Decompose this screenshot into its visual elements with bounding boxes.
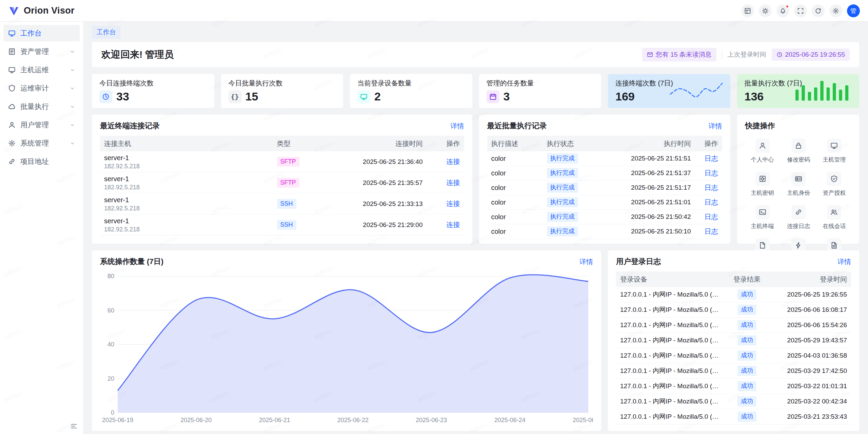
connect-link[interactable]: 连接 — [447, 179, 460, 186]
terminal-row: server-1182.92.5.218SSH2025-06-25 21:33:… — [100, 193, 464, 214]
sidebar-item-ops-audit[interactable]: 运维审计 — [3, 80, 80, 96]
quick-action-host-management[interactable]: 主机管理 — [817, 138, 851, 164]
login-time: 2025-03-21 23:53:43 — [767, 413, 847, 420]
log-link[interactable]: 日志 — [705, 213, 718, 221]
execution-description: color — [491, 155, 547, 163]
app-root: Orion Visor 管 工作台资产管理主机运维运维审计批量执行用户管理系统管… — [0, 0, 868, 434]
quick-action-host-terminal[interactable]: 主机终端 — [745, 205, 780, 230]
notifications-icon[interactable] — [776, 4, 789, 17]
execution-status-tag: 执行完成 — [547, 226, 578, 236]
login-result-tag: 成功 — [737, 320, 756, 330]
batch-records-panel: 最近批量执行记录 详情 执行描述 执行状态 执行时间 操作 color执行完成2… — [479, 115, 730, 244]
connect-link[interactable]: 连接 — [447, 158, 460, 165]
ops-chart-panel: 系统操作数量 (7日) 详情 0204060802025-06-192025-0… — [92, 250, 601, 431]
svg-text:2025-06-23: 2025-06-23 — [416, 417, 447, 423]
log-link[interactable]: 日志 — [705, 228, 718, 235]
quick-action-online-session[interactable]: 在线会话 — [817, 205, 851, 230]
column-header: 登录设备 — [620, 275, 727, 284]
user-icon — [755, 138, 770, 153]
chevron-down-icon — [70, 68, 75, 73]
batch-panel-title: 最近批量执行记录 — [487, 121, 547, 131]
host-name: server-1 — [104, 217, 277, 225]
log-link[interactable]: 日志 — [705, 169, 718, 177]
connect-link[interactable]: 连接 — [447, 221, 460, 228]
connection-type-tag: SSH — [277, 199, 296, 209]
log-link[interactable]: 日志 — [705, 199, 718, 206]
quick-action-personal-center[interactable]: 个人中心 — [745, 138, 780, 164]
quick-action-label: 连接日志 — [787, 222, 810, 230]
host-ip: 182.92.5.218 — [104, 226, 277, 233]
batch-detail-link[interactable]: 详情 — [709, 121, 722, 131]
unread-messages-text: 您有 15 条未读消息 — [656, 50, 712, 59]
login-device: 127.0.0.1 - 内网IP - Mozilla/5.0 (Windows … — [620, 412, 727, 421]
trend-card-terminal-7d: 连接终端次数 (7日)169 — [608, 74, 730, 108]
breadcrumb-workbench[interactable]: 工作台 — [92, 26, 121, 39]
terminal-detail-link[interactable]: 详情 — [451, 121, 464, 131]
safe-icon — [755, 172, 770, 186]
sidebar-item-batch-execution[interactable]: 批量执行 — [3, 98, 80, 115]
column-header: 连接主机 — [104, 139, 277, 148]
divider — [722, 50, 722, 59]
login-log-row: 127.0.0.1 - 内网IP - Mozilla/5.0 (Windows … — [616, 379, 851, 394]
quick-action-label: 主机终端 — [751, 222, 774, 230]
login-log-row: 127.0.0.1 - 内网IP - Mozilla/5.0 (Windows … — [616, 302, 851, 318]
log-link[interactable]: 日志 — [705, 155, 718, 162]
monitor-icon — [8, 66, 16, 74]
stat-card-current-login-devices: 当前登录设备数量2 — [350, 74, 472, 108]
quick-action-host-keys[interactable]: 主机密钥 — [745, 172, 780, 197]
login-device: 127.0.0.1 - 内网IP - Mozilla/5.0 (Windows … — [620, 336, 727, 345]
svg-text:40: 40 — [107, 341, 114, 348]
execution-status-tag: 执行完成 — [547, 153, 578, 163]
overview-icon[interactable] — [741, 4, 754, 17]
batch-row: color执行完成2025-06-25 21:50:10日志 — [487, 224, 722, 239]
fullscreen-icon[interactable] — [794, 4, 807, 17]
terminal-records-panel: 最近终端连接记录 详情 连接主机 类型 连接时间 操作 server-1182.… — [92, 115, 472, 244]
system-operations-chart: 0204060802025-06-192025-06-202025-06-212… — [100, 271, 593, 425]
execution-description: color — [491, 199, 547, 206]
execution-status-tag: 执行完成 — [547, 197, 578, 207]
connection-type-tag: SFTP — [277, 157, 299, 167]
clock-icon — [99, 90, 112, 103]
login-detail-link[interactable]: 详情 — [837, 257, 851, 266]
topbar-actions: 管 — [741, 4, 860, 17]
sidebar-item-label: 系统管理 — [20, 138, 65, 148]
quick-action-label: 个人中心 — [751, 156, 774, 164]
brand[interactable]: Orion Visor — [8, 5, 75, 17]
quick-action-host-identity[interactable]: 主机身份 — [782, 172, 815, 197]
quick-action-change-password[interactable]: 修改密码 — [782, 138, 815, 164]
login-time: 2025-06-06 15:54:26 — [767, 321, 847, 329]
link-icon — [8, 158, 16, 165]
log-link[interactable]: 日志 — [705, 184, 718, 191]
message-icon — [647, 52, 653, 58]
user-avatar[interactable]: 管 — [847, 4, 860, 17]
refresh-icon[interactable] — [812, 4, 825, 17]
execution-status-tag: 执行完成 — [547, 212, 578, 222]
settings-icon[interactable] — [829, 4, 842, 17]
login-time: 2025-04-03 01:36:58 — [767, 352, 847, 359]
list-icon — [8, 48, 16, 55]
sidebar-item-user-management[interactable]: 用户管理 — [3, 117, 80, 133]
execution-status-tag: 执行完成 — [547, 183, 578, 192]
sidebar-item-project-url[interactable]: 项目地址 — [3, 153, 80, 170]
sidebar-item-system-management[interactable]: 系统管理 — [3, 135, 80, 151]
unread-messages-chip[interactable]: 您有 15 条未读消息 — [642, 48, 716, 61]
quick-action-connection-log[interactable]: 连接日志 — [782, 205, 815, 230]
quick-action-label: 主机身份 — [787, 189, 810, 197]
column-header: 执行状态 — [547, 139, 601, 148]
last-login-time-text: 2025-06-25 19:26:55 — [785, 51, 845, 58]
sidebar-collapse-icon[interactable] — [70, 422, 78, 430]
sidebar-item-host-ops[interactable]: 主机运维 — [3, 62, 80, 78]
ops-chart-detail-link[interactable]: 详情 — [579, 257, 593, 266]
sidebar-item-label: 主机运维 — [20, 65, 65, 75]
terminal-panel-title: 最近终端连接记录 — [100, 121, 160, 131]
execution-time: 2025-06-25 21:51:17 — [601, 184, 691, 191]
login-log-row: 127.0.0.1 - 内网IP - Mozilla/5.0 (Windows … — [616, 394, 851, 409]
sidebar-item-asset-management[interactable]: 资产管理 — [3, 43, 80, 60]
host-name: server-1 — [104, 196, 277, 204]
theme-icon[interactable] — [759, 4, 772, 17]
login-device: 127.0.0.1 - 内网IP - Mozilla/5.0 (Windows … — [620, 305, 727, 314]
connect-link[interactable]: 连接 — [447, 200, 460, 207]
quick-actions-grid: 个人中心修改密码主机管理主机密钥主机身份资产授权主机终端连接日志在线会话文件操作… — [745, 136, 851, 263]
quick-action-asset-authorization[interactable]: 资产授权 — [817, 172, 851, 197]
sidebar-item-workbench[interactable]: 工作台 — [3, 25, 80, 41]
